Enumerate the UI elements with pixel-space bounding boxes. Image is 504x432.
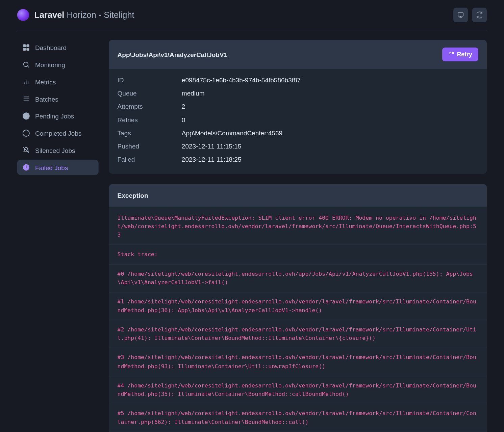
sidebar-item-label: Metrics <box>35 78 56 86</box>
sidebar-item-metrics[interactable]: Metrics <box>17 74 99 89</box>
brand-title: Laravel Horizon - Sitelight <box>34 10 134 20</box>
alert-icon <box>22 164 30 171</box>
bars-icon <box>22 78 30 86</box>
job-card: App\Jobs\Api\v1\AnalyzerCallJobV1 Retry … <box>109 40 487 174</box>
content: App\Jobs\Api\v1\AnalyzerCallJobV1 Retry … <box>109 40 487 432</box>
detail-value: 2 <box>182 103 185 110</box>
detail-row-failed: Failed2023-12-11 11:18:25 <box>118 153 478 166</box>
stack-trace-line: #2 /home/sitelight/web/coresitelight.end… <box>109 320 487 348</box>
sidebar-item-label: Completed Jobs <box>35 130 82 137</box>
sidebar-item-failed-jobs[interactable]: Failed Jobs <box>17 160 99 175</box>
refresh-icon <box>476 11 483 18</box>
sidebar-item-label: Dashboard <box>35 44 67 51</box>
svg-point-18 <box>23 130 29 136</box>
sidebar-item-batches[interactable]: Batches <box>17 91 99 107</box>
stack-trace-line: #4 /home/sitelight/web/coresitelight.end… <box>109 376 487 404</box>
stack-trace-line: Stack trace: <box>109 245 487 264</box>
header-actions <box>453 8 487 22</box>
header: Laravel Horizon - Sitelight <box>17 0 487 30</box>
horizon-logo-icon <box>17 9 29 21</box>
exception-title: Exception <box>118 192 148 199</box>
sidebar-item-pending-jobs[interactable]: Pending Jobs <box>17 108 99 124</box>
mute-icon <box>22 146 30 154</box>
pause-icon <box>22 112 30 120</box>
sidebar-item-completed-jobs[interactable]: Completed Jobs <box>17 126 99 141</box>
detail-value: App\Models\CommandCenter:4569 <box>182 129 282 137</box>
detail-label: Pushed <box>118 142 182 150</box>
svg-rect-16 <box>25 115 26 117</box>
detail-row-attempts: Attempts2 <box>118 100 478 113</box>
svg-rect-0 <box>458 13 463 16</box>
exception-header: Exception <box>109 184 487 207</box>
svg-line-8 <box>28 66 29 68</box>
sidebar: DashboardMonitoringMetricsBatchesPending… <box>17 40 99 432</box>
svg-point-7 <box>24 62 28 66</box>
sidebar-item-dashboard[interactable]: Dashboard <box>17 40 99 55</box>
retry-button[interactable]: Retry <box>442 48 478 61</box>
detail-row-retries: Retries0 <box>118 113 478 126</box>
sidebar-item-monitoring[interactable]: Monitoring <box>17 57 99 73</box>
detail-value: medium <box>182 89 205 97</box>
svg-rect-3 <box>23 45 26 47</box>
svg-rect-17 <box>26 115 27 117</box>
detail-label: Retries <box>118 116 182 124</box>
detail-value: 2023-12-11 11:15:15 <box>182 142 242 150</box>
retry-label: Retry <box>457 51 472 58</box>
sidebar-item-label: Monitoring <box>35 61 65 69</box>
job-card-header: App\Jobs\Api\v1\AnalyzerCallJobV1 Retry <box>109 40 487 69</box>
sidebar-item-label: Silenced Jobs <box>35 146 75 154</box>
sidebar-item-label: Pending Jobs <box>35 112 74 120</box>
check-icon <box>22 129 30 137</box>
detail-row-pushed: Pushed2023-12-11 11:15:15 <box>118 140 478 153</box>
refresh-icon-button[interactable] <box>472 8 487 22</box>
job-name: App\Jobs\Api\v1\AnalyzerCallJobV1 <box>118 51 228 58</box>
detail-row-queue: Queuemedium <box>118 86 478 100</box>
retry-icon <box>448 51 454 57</box>
exception-body: Illuminate\Queue\ManuallyFailedException… <box>109 207 487 432</box>
detail-value: 2023-12-11 11:18:25 <box>182 156 242 163</box>
stack-trace-line: #3 /home/sitelight/web/coresitelight.end… <box>109 348 487 376</box>
detail-value: e098475c-1e6b-4b3b-974b-54fb586b3f87 <box>182 76 301 84</box>
monitor-icon <box>457 11 464 18</box>
detail-label: Queue <box>118 89 182 97</box>
job-details: IDe098475c-1e6b-4b3b-974b-54fb586b3f87Qu… <box>109 69 487 174</box>
svg-rect-5 <box>23 48 26 51</box>
detail-row-id: IDe098475c-1e6b-4b3b-974b-54fb586b3f87 <box>118 73 478 86</box>
detail-label: Tags <box>118 129 182 137</box>
stack-trace-line: #1 /home/sitelight/web/coresitelight.end… <box>109 292 487 320</box>
sidebar-item-silenced-jobs[interactable]: Silenced Jobs <box>17 142 99 158</box>
detail-value: 0 <box>182 116 185 124</box>
svg-rect-4 <box>27 45 29 47</box>
sidebar-item-label: Batches <box>35 95 58 103</box>
exception-card: Exception Illuminate\Queue\ManuallyFaile… <box>109 184 487 432</box>
detail-label: Failed <box>118 156 182 163</box>
list-icon <box>22 95 30 103</box>
detail-label: Attempts <box>118 103 182 110</box>
svg-rect-22 <box>26 169 26 169</box>
stack-trace-line: #5 /home/sitelight/web/coresitelight.end… <box>109 404 487 432</box>
monitor-icon-button[interactable] <box>453 8 468 22</box>
brand: Laravel Horizon - Sitelight <box>17 9 134 21</box>
grid-icon <box>22 44 30 51</box>
detail-row-tags: TagsApp\Models\CommandCenter:4569 <box>118 126 478 139</box>
detail-label: ID <box>118 76 182 84</box>
stack-trace-line: #0 /home/sitelight/web/coresitelight.end… <box>109 264 487 292</box>
stack-trace-line: Illuminate\Queue\ManuallyFailedException… <box>109 207 487 245</box>
search-icon <box>22 61 30 69</box>
svg-rect-6 <box>27 48 29 51</box>
svg-rect-21 <box>26 165 26 168</box>
sidebar-item-label: Failed Jobs <box>35 164 68 171</box>
